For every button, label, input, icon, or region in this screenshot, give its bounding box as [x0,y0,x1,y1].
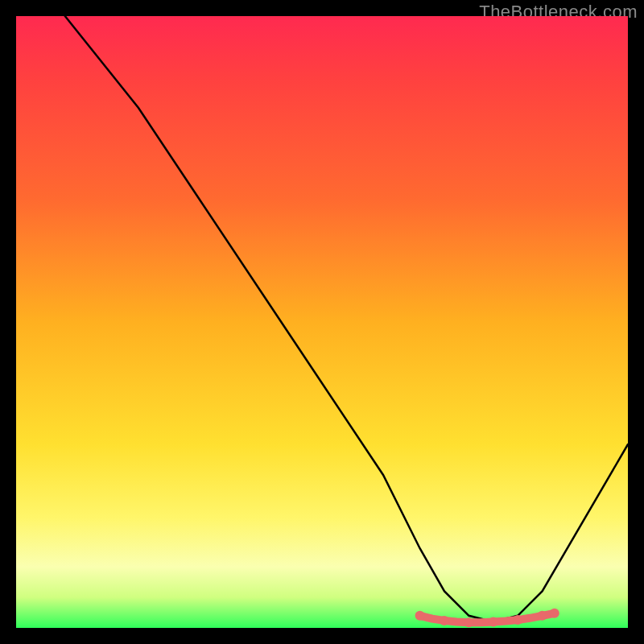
optimal-marker [489,617,498,626]
chart-container: TheBottleneck.com [0,0,644,644]
optimal-marker [415,611,425,621]
plot-area [16,16,628,628]
optimal-marker [513,615,522,625]
optimal-marker [464,617,473,627]
optimal-marker [550,609,559,618]
optimal-marker [440,616,449,625]
bottleneck-curve [65,16,628,621]
optimal-marker [538,611,547,621]
chart-overlay [16,16,628,628]
